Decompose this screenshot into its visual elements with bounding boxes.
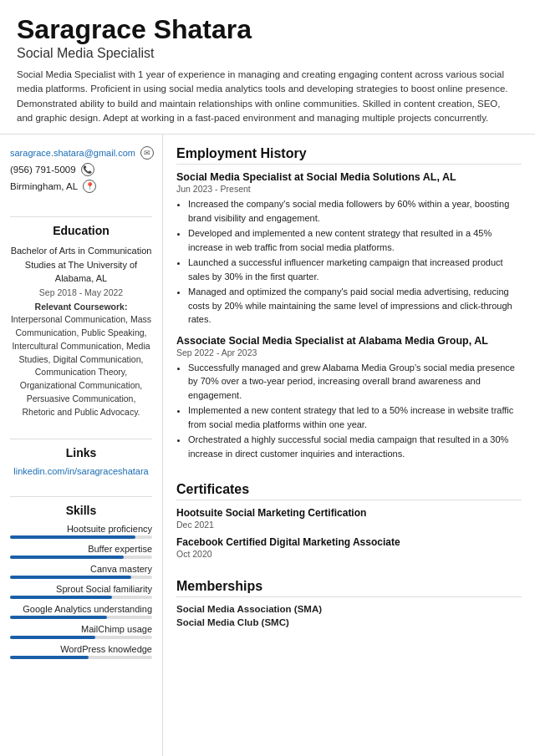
job-date: Jun 2023 - Present [176, 184, 522, 194]
skill-label: Hootsuite proficiency [10, 524, 152, 534]
contact-section: saragrace.shatara@gmail.com ✉ (956) 791-… [10, 146, 152, 196]
main-content: Employment History Social Media Speciali… [163, 134, 535, 756]
skill-label: Canva mastery [10, 564, 152, 574]
skill-bar-bg [10, 616, 152, 619]
jobs-list: Social Media Specialist at Social Media … [176, 171, 522, 460]
cert-name: Facebook Certified Digital Marketing Ass… [176, 536, 522, 548]
divider-2 [10, 439, 152, 439]
skill-label: Buffer expertise [10, 544, 152, 554]
job-entry: Social Media Specialist at Social Media … [176, 171, 522, 327]
skill-label: MailChimp usage [10, 624, 152, 634]
job-bullets: Successfully managed and grew Alabama Me… [176, 361, 522, 461]
cert-entry: Facebook Certified Digital Marketing Ass… [176, 536, 522, 559]
skill-bar-bg [10, 656, 152, 659]
skills-list: Hootsuite proficiency Buffer expertise C… [10, 524, 152, 659]
links-section: Links linkedin.com/in/saragraceshatara [10, 446, 152, 476]
skill-label: Google Analytics understanding [10, 604, 152, 614]
memberships-section: Memberships Social Media Association (SM… [176, 579, 522, 631]
skill-bar-fill [10, 616, 107, 619]
certs-list: Hootsuite Social Marketing Certification… [176, 507, 522, 559]
skill-item: Hootsuite proficiency [10, 524, 152, 539]
job-date: Sep 2022 - Apr 2023 [176, 348, 522, 358]
bullet-item: Developed and implemented a new content … [188, 226, 522, 254]
membership-item: Social Media Association (SMA) [176, 604, 522, 614]
memberships-list: Social Media Association (SMA)Social Med… [176, 604, 522, 627]
skill-item: Sprout Social familiarity [10, 584, 152, 599]
skill-bar-bg [10, 556, 152, 559]
job-title: Social Media Specialist at Social Media … [176, 171, 522, 183]
skills-section: Skills Hootsuite proficiency Buffer expe… [10, 504, 152, 664]
candidate-name: Saragrace Shatara [17, 15, 518, 44]
candidate-title: Social Media Specialist [17, 46, 518, 61]
employment-title: Employment History [176, 146, 522, 165]
skill-item: Google Analytics understanding [10, 604, 152, 619]
links-title: Links [10, 446, 152, 459]
location-item: Birmingham, AL 📍 [10, 180, 152, 193]
bullet-item: Managed and optimized the company's paid… [188, 285, 522, 327]
coursework-label: Relevant Coursework: [35, 302, 128, 312]
skill-item: MailChimp usage [10, 624, 152, 639]
cert-name: Hootsuite Social Marketing Certification [176, 507, 522, 519]
membership-item: Social Media Club (SMC) [176, 617, 522, 627]
email-item: saragrace.shatara@gmail.com ✉ [10, 146, 152, 160]
skill-bar-fill [10, 556, 124, 559]
bullet-item: Launched a successful influencer marketi… [188, 256, 522, 283]
job-entry: Associate Social Media Specialist at Ala… [176, 335, 522, 461]
job-title: Associate Social Media Specialist at Ala… [176, 335, 522, 347]
candidate-summary: Social Media Specialist with 1 year of e… [17, 68, 518, 125]
bullet-item: Implemented a new content strategy that … [188, 403, 522, 431]
bullet-item: Increased the company's social media fol… [188, 197, 522, 225]
skill-bar-bg [10, 535, 152, 539]
body-section: saragrace.shatara@gmail.com ✉ (956) 791-… [0, 134, 535, 756]
divider-1 [10, 216, 152, 217]
cert-date: Dec 2021 [176, 520, 522, 530]
coursework-text: Interpersonal Communication, Mass Commun… [11, 314, 151, 416]
skills-title: Skills [10, 504, 152, 517]
job-bullets: Increased the company's social media fol… [176, 197, 522, 327]
skill-label: WordPress knowledge [10, 644, 152, 654]
skill-bar-bg [10, 596, 152, 599]
skill-item: Buffer expertise [10, 544, 152, 559]
education-coursework: Relevant Coursework: Interpersonal Commu… [10, 301, 152, 419]
email-icon: ✉ [140, 146, 154, 160]
email-link[interactable]: saragrace.shatara@gmail.com [10, 148, 135, 158]
skill-item: Canva mastery [10, 564, 152, 579]
education-degree: Bachelor of Arts in Communication Studie… [10, 244, 152, 286]
linkedin-link[interactable]: linkedin.com/in/saragraceshatara [10, 466, 152, 476]
sidebar: saragrace.shatara@gmail.com ✉ (956) 791-… [0, 134, 163, 756]
resume-page: Saragrace Shatara Social Media Specialis… [0, 0, 535, 756]
skill-bar-bg [10, 576, 152, 579]
education-title: Education [10, 224, 152, 237]
skill-bar-fill [10, 576, 131, 579]
bullet-item: Successfully managed and grew Alabama Me… [188, 361, 522, 403]
skill-bar-fill [10, 596, 112, 599]
location-text: Birmingham, AL [10, 181, 78, 191]
skill-label: Sprout Social familiarity [10, 584, 152, 594]
skill-bar-bg [10, 636, 152, 639]
certificates-section: Certificates Hootsuite Social Marketing … [176, 482, 522, 566]
education-dates: Sep 2018 - May 2022 [10, 287, 152, 297]
skill-bar-fill [10, 636, 95, 639]
certificates-title: Certificates [176, 482, 522, 500]
bullet-item: Orchestrated a highly successful social … [188, 433, 522, 460]
divider-3 [10, 496, 152, 497]
cert-date: Oct 2020 [176, 549, 522, 559]
header-section: Saragrace Shatara Social Media Specialis… [0, 0, 535, 134]
skill-item: WordPress knowledge [10, 644, 152, 659]
skill-bar-fill [10, 535, 135, 539]
phone-item: (956) 791-5009 📞 [10, 163, 152, 176]
skill-bar-fill [10, 656, 89, 659]
education-section: Education Bachelor of Arts in Communicat… [10, 224, 152, 419]
location-icon: 📍 [83, 180, 96, 193]
cert-entry: Hootsuite Social Marketing Certification… [176, 507, 522, 530]
memberships-title: Memberships [176, 579, 522, 597]
phone-text: (956) 791-5009 [10, 165, 76, 175]
phone-icon: 📞 [81, 163, 94, 176]
employment-section: Employment History Social Media Speciali… [176, 146, 522, 469]
